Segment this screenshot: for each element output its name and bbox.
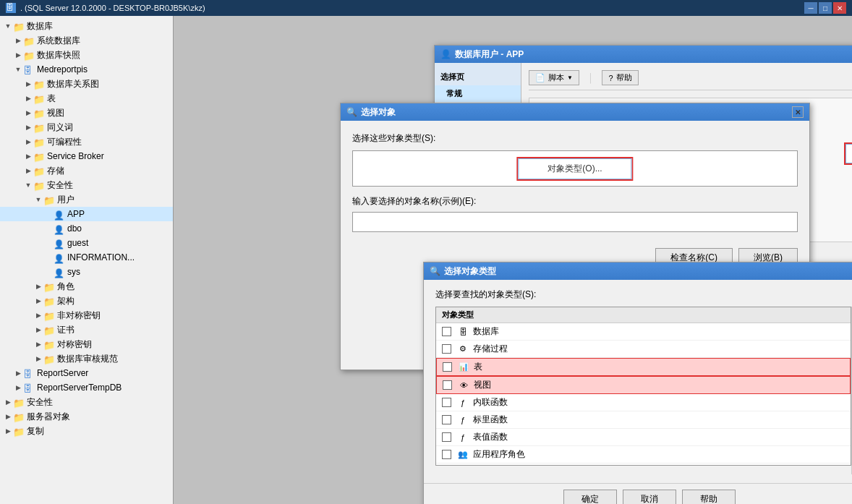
tree-item-security-root[interactable]: ▶ 📁 安全性: [0, 395, 173, 409]
checkbox-scalar-func[interactable]: [442, 415, 451, 424]
toggle-system-dbs[interactable]: ▶: [13, 34, 23, 47]
minimize-btn[interactable]: ─: [804, 2, 817, 14]
tree-item-user-sys[interactable]: 👤 sys: [0, 265, 173, 279]
tree-item-asym-keys[interactable]: ▶ 📁 非对称密钥: [0, 308, 173, 323]
tree-item-tables[interactable]: ▶ 📁 表: [0, 91, 173, 106]
toggle-snapshots[interactable]: ▶: [13, 48, 23, 61]
checkbox-database[interactable]: [442, 327, 451, 336]
toggle-schemas[interactable]: ▶: [33, 294, 43, 307]
checkbox-view[interactable]: [443, 380, 452, 390]
type-item-view[interactable]: 👁 视图: [436, 376, 851, 394]
toggle-server-objects[interactable]: ▶: [3, 410, 13, 423]
select-type-titlebar: 🔍 选择对象类型 ✕: [424, 262, 852, 280]
object-explorer-tree[interactable]: ▼ 📁 数据库 ▶ 📁 系统数据库 ▶ 📁 数据库快照 ▼: [0, 16, 173, 504]
tree-item-security[interactable]: ▼ 📁 安全性: [0, 178, 173, 192]
type-list-wrapper: 对象类型 🗄 数据库 ⚙ 存储过程: [435, 307, 852, 474]
tree-item-diagrams[interactable]: ▶ 📁 数据库关系图: [0, 77, 173, 91]
tree-item-storage[interactable]: ▶ 📁 存储: [0, 163, 173, 178]
tree-item-server-objects[interactable]: ▶ 📁 服务器对象: [0, 409, 173, 424]
maximize-btn[interactable]: □: [819, 2, 832, 14]
search-btn[interactable]: 搜索(S)...: [845, 144, 852, 163]
tree-item-databases[interactable]: ▼ 📁 数据库: [0, 19, 173, 33]
toggle-storage[interactable]: ▶: [23, 164, 33, 177]
toggle-databases[interactable]: ▼: [3, 20, 13, 33]
toggle-synonyms[interactable]: ▶: [23, 121, 33, 134]
checkbox-inline-func[interactable]: [442, 398, 451, 407]
tree-item-users[interactable]: ▼ 📁 用户: [0, 192, 173, 207]
toggle-tables[interactable]: ▶: [23, 92, 33, 105]
folder-icon-snapshots: 📁: [23, 50, 35, 60]
sidebar-item-general[interactable]: 常规: [435, 85, 521, 102]
tree-item-programmability[interactable]: ▶ 📁 可编程性: [0, 134, 173, 149]
folder-icon-synonyms: 📁: [33, 122, 45, 132]
tree-item-service-broker[interactable]: ▶ 📁 Service Broker: [0, 149, 173, 163]
tree-item-user-dbo[interactable]: 👤 dbo: [0, 221, 173, 236]
tree-item-medreportpis[interactable]: ▼ 🗄 Medreportpis: [0, 62, 173, 77]
script-btn[interactable]: 📄 脚本 ▼: [529, 70, 579, 85]
toggle-reportservertempdb[interactable]: ▶: [13, 381, 23, 394]
tree-item-schemas[interactable]: ▶ 📁 架构: [0, 294, 173, 308]
select-object-close[interactable]: ✕: [792, 106, 804, 118]
toggle-replication[interactable]: ▶: [3, 424, 13, 437]
tree-item-views[interactable]: ▶ 📁 视图: [0, 106, 173, 120]
browse-label: 浏览(B): [754, 252, 783, 262]
type-item-table-func[interactable]: ƒ 表值函数: [436, 429, 851, 446]
toggle-views[interactable]: ▶: [23, 106, 33, 119]
toggle-reportserver[interactable]: ▶: [13, 367, 23, 380]
toggle-users[interactable]: ▼: [33, 193, 43, 206]
checkbox-stored-proc[interactable]: [442, 344, 451, 354]
tree-item-user-app[interactable]: 👤 APP: [0, 207, 173, 221]
tree-item-certs[interactable]: ▶ 📁 证书: [0, 323, 173, 337]
toggle-programmability[interactable]: ▶: [23, 135, 33, 148]
tree-item-reportserver[interactable]: ▶ 🗄 ReportServer: [0, 366, 173, 380]
toggle-certs[interactable]: ▶: [33, 323, 43, 336]
left-panel: ▼ 📁 数据库 ▶ 📁 系统数据库 ▶ 📁 数据库快照 ▼: [0, 16, 174, 504]
help-btn[interactable]: ? 帮助: [602, 70, 638, 85]
tree-label-service-broker: Service Broker: [47, 150, 104, 163]
tree-item-reportservertempdb[interactable]: ▶ 🗄 ReportServerTempDB: [0, 380, 173, 395]
object-type-btn[interactable]: 对象类型(O)...: [518, 158, 631, 179]
tree-item-synonyms[interactable]: ▶ 📁 同义词: [0, 120, 173, 134]
select-type-ok-btn[interactable]: 确定: [563, 490, 617, 504]
select-type-help-btn[interactable]: 帮助: [682, 490, 736, 504]
type-item-stored-proc[interactable]: ⚙ 存储过程: [436, 341, 851, 358]
type-item-database[interactable]: 🗄 数据库: [436, 323, 851, 341]
object-name-input[interactable]: [352, 212, 798, 232]
db-user-titlebar: 👤 数据库用户 - APP ─ □ ✕: [435, 46, 852, 63]
toggle-medreportpis[interactable]: ▼: [13, 63, 23, 76]
checkbox-app-role[interactable]: [442, 450, 451, 459]
tree-label-user-app: APP: [67, 208, 85, 221]
type-item-table[interactable]: 📊 表: [436, 358, 851, 376]
toggle-security[interactable]: ▼: [23, 179, 33, 192]
db-icon-reportservertempdb: 🗄: [23, 383, 35, 393]
tree-item-roles[interactable]: ▶ 📁 角色: [0, 279, 173, 294]
toggle-roles[interactable]: ▶: [33, 280, 43, 293]
type-item-app-role[interactable]: 👥 应用程序角色: [436, 446, 851, 464]
type-label-scalar-func: 标里函数: [473, 414, 508, 426]
type-item-scalar-func[interactable]: ƒ 标里函数: [436, 411, 851, 429]
toggle-security-root[interactable]: ▶: [3, 396, 13, 409]
close-btn[interactable]: ✕: [833, 2, 846, 14]
toggle-asym-keys[interactable]: ▶: [33, 309, 43, 322]
checkbox-table-func[interactable]: [442, 432, 451, 442]
tree-item-replication[interactable]: ▶ 📁 复制: [0, 424, 173, 438]
type-item-assembly[interactable]: 🔧 程序集: [436, 464, 851, 466]
toggle-db-audit[interactable]: ▶: [33, 352, 43, 365]
tree-item-user-information[interactable]: 👤 INFORMATION...: [0, 250, 173, 265]
toggle-service-broker[interactable]: ▶: [23, 150, 33, 163]
tree-item-snapshots[interactable]: ▶ 📁 数据库快照: [0, 48, 173, 62]
toggle-diagrams[interactable]: ▶: [23, 77, 33, 90]
tree-item-user-guest[interactable]: 👤 guest: [0, 236, 173, 250]
checkbox-table[interactable]: [443, 362, 452, 372]
select-type-cancel-btn[interactable]: 取消: [623, 490, 676, 504]
type-item-inline-func[interactable]: ƒ 内联函数: [436, 394, 851, 411]
toggle-sym-keys[interactable]: ▶: [33, 338, 43, 351]
tree-item-sym-keys[interactable]: ▶ 📁 对称密钥: [0, 337, 173, 351]
type-list[interactable]: 对象类型 🗄 数据库 ⚙ 存储过程: [435, 307, 851, 466]
tree-item-system-dbs[interactable]: ▶ 📁 系统数据库: [0, 33, 173, 48]
script-dropdown-icon: ▼: [567, 74, 573, 81]
tree-label-security: 安全性: [47, 179, 73, 192]
tree-item-db-audit[interactable]: ▶ 📁 数据库审核规范: [0, 351, 173, 366]
object-name-label: 输入要选择的对象名称(示例)(E):: [352, 195, 798, 208]
type-label-table: 表: [474, 361, 482, 373]
